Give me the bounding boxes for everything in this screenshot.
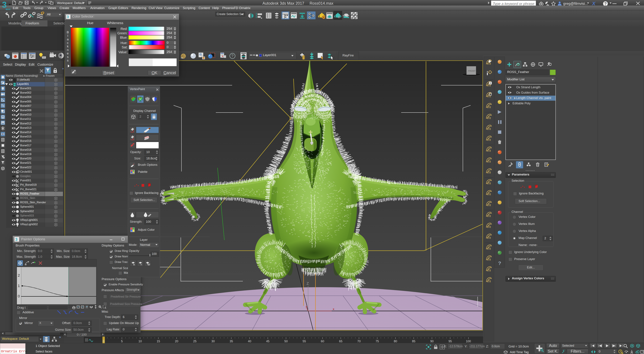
svg-text:55: 55 xyxy=(302,340,306,343)
svg-text:85: 85 xyxy=(412,340,416,343)
svg-text:MAX: MAX xyxy=(6,8,10,10)
svg-text:0: 0 xyxy=(18,294,20,298)
svg-text:10: 10 xyxy=(138,340,142,343)
svg-text:25: 25 xyxy=(193,340,196,343)
svg-text:65: 65 xyxy=(339,340,342,343)
svg-text:35: 35 xyxy=(230,340,233,343)
svg-text:0: 0 xyxy=(103,340,104,343)
svg-text:x: x xyxy=(333,308,334,311)
svg-text:70: 70 xyxy=(357,340,360,343)
svg-text:95: 95 xyxy=(448,340,452,343)
svg-text:90: 90 xyxy=(430,340,434,343)
svg-text:30: 30 xyxy=(211,340,215,343)
svg-text:1: 1 xyxy=(18,284,20,288)
svg-text:45: 45 xyxy=(266,340,270,343)
svg-text:?: ? xyxy=(498,260,501,266)
svg-text:5: 5 xyxy=(121,340,123,343)
svg-text:40: 40 xyxy=(248,340,251,343)
svg-text:3: 3 xyxy=(67,15,69,19)
svg-text:FRONT: FRONT xyxy=(468,70,476,72)
svg-text:60: 60 xyxy=(321,340,324,343)
svg-text:Z: Z xyxy=(306,281,309,286)
svg-text:50: 50 xyxy=(284,340,288,343)
svg-text:y: y xyxy=(306,305,308,308)
svg-text:80: 80 xyxy=(394,340,397,343)
svg-text:2: 2 xyxy=(18,273,20,277)
svg-text:3: 3 xyxy=(15,237,18,242)
svg-text:100: 100 xyxy=(466,340,471,343)
svg-text:20: 20 xyxy=(175,340,178,343)
svg-text:75: 75 xyxy=(376,340,379,343)
svg-text:15: 15 xyxy=(157,340,160,343)
